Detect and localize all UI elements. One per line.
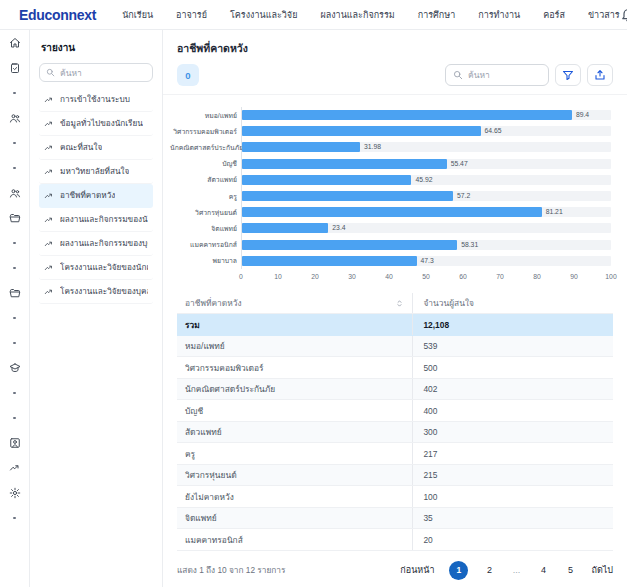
dot-icon	[9, 262, 21, 274]
chart-category-label: จิตแพทย์	[170, 223, 242, 234]
dot-icon	[9, 412, 21, 424]
filter-count-badge[interactable]: 0	[177, 64, 199, 86]
home-icon[interactable]	[9, 37, 21, 49]
dot-icon	[9, 87, 21, 99]
reports-sidebar: รายงาน การเข้าใช้งานระบบข้อมูลทั่วไปของน…	[30, 30, 163, 587]
sidebar-item-9[interactable]: โครงงานและวิจัยของบุคลากร	[39, 280, 153, 304]
document-icon[interactable]	[9, 62, 21, 74]
dot-icon	[9, 162, 21, 174]
bar-value-label: 23.4	[332, 224, 345, 231]
table-search-input[interactable]	[468, 70, 541, 80]
table-row[interactable]: หมอ/แพทย์539	[177, 336, 613, 358]
user-box-icon[interactable]	[9, 437, 21, 449]
nav-item-3[interactable]: โครงงานและวิจัย	[230, 8, 297, 22]
next-page-button[interactable]: ถัดไป	[591, 563, 613, 577]
page-button-5[interactable]: 5	[564, 565, 576, 575]
graduation-icon[interactable]	[9, 362, 21, 374]
pagination-summary: แสดง 1 ถึง 10 จาก 12 รายการ	[177, 563, 286, 577]
table-row[interactable]: นักคณิตศาสตร์ประกันภัย402	[177, 379, 613, 401]
sidebar-item-5[interactable]: อาชีพที่คาดหวัง	[39, 184, 153, 208]
count-cell: 300	[412, 422, 613, 443]
chart-row: นักคณิตศาสตร์ประกันภัย31.98	[170, 139, 611, 155]
x-tick: 70	[496, 273, 504, 280]
sidebar-search[interactable]	[39, 63, 153, 82]
nav-item-4[interactable]: ผลงานและกิจกรรม	[320, 8, 394, 22]
chart-category-label: แมคคาทรอนิกส์	[170, 239, 242, 250]
table-row[interactable]: จิตแพทย์35	[177, 508, 613, 530]
page-button-1[interactable]: 1	[449, 561, 468, 580]
bar[interactable]	[242, 256, 417, 266]
bar-track: 89.4	[242, 110, 611, 120]
prev-page-button[interactable]: ก่อนหน้า	[400, 563, 434, 577]
nav-item-5[interactable]: การศึกษา	[418, 8, 456, 22]
bar[interactable]	[242, 159, 447, 169]
folder-icon[interactable]	[9, 287, 21, 299]
toolbar-right	[445, 64, 613, 86]
export-button[interactable]	[587, 64, 613, 86]
count-cell: 500	[412, 357, 613, 378]
bar[interactable]	[242, 223, 328, 233]
nav-item-7[interactable]: คอร์ส	[543, 8, 565, 22]
chart-category-label: วิศวกรรมคอมพิวเตอร์	[170, 126, 242, 137]
table-row[interactable]: บัญชี400	[177, 400, 613, 422]
sidebar-item-7[interactable]: ผลงานและกิจกรรมของบุคลากร	[39, 232, 153, 256]
report-list: การเข้าใช้งานระบบข้อมูลทั่วไปของนักเรียน…	[39, 88, 153, 304]
notifications-bell-icon[interactable]	[620, 7, 627, 23]
table-row[interactable]: ยังไม่คาดหวัง100	[177, 486, 613, 508]
sort-icon[interactable]	[395, 299, 404, 308]
table-row[interactable]: วิศวกรหุ่นยนต์215	[177, 465, 613, 487]
bar[interactable]	[242, 240, 457, 250]
table-body: หมอ/แพทย์539วิศวกรรมคอมพิวเตอร์500นักคณิ…	[177, 336, 613, 551]
trend-icon[interactable]	[9, 462, 21, 474]
sidebar-item-1[interactable]: การเข้าใช้งานระบบ	[39, 88, 153, 112]
filter-button[interactable]	[555, 64, 581, 86]
column-header-career[interactable]: อาชีพที่คาดหวัง	[177, 296, 412, 310]
bar[interactable]	[242, 110, 572, 120]
top-navbar: Educonnext นักเรียนอาจารย์โครงงานและวิจั…	[0, 0, 627, 30]
chart-row: บัญชี55.47	[170, 156, 611, 172]
career-table: อาชีพที่คาดหวัง จำนวนผู้สนใจ รวม 12,108 …	[177, 293, 613, 551]
bar-value-label: 89.4	[576, 111, 589, 118]
bar-value-label: 47.3	[421, 257, 434, 264]
report-trend-icon	[44, 167, 54, 177]
table-row[interactable]: วิศวกรรมคอมพิวเตอร์500	[177, 357, 613, 379]
bar[interactable]	[242, 207, 542, 217]
users-icon[interactable]	[9, 187, 21, 199]
table-row[interactable]: ครู217	[177, 443, 613, 465]
nav-item-2[interactable]: อาจารย์	[176, 8, 207, 22]
pagination: แสดง 1 ถึง 10 จาก 12 รายการ ก่อนหน้า 12.…	[163, 551, 627, 587]
bar[interactable]	[242, 142, 360, 152]
sidebar-item-6[interactable]: ผลงานและกิจกรรมของนักเรียน	[39, 208, 153, 232]
folder-icon[interactable]	[9, 212, 21, 224]
table-search[interactable]	[445, 64, 549, 86]
sidebar-search-input[interactable]	[60, 68, 146, 78]
users-icon[interactable]	[9, 112, 21, 124]
sidebar-item-3[interactable]: คณะที่สนใจ	[39, 136, 153, 160]
bar[interactable]	[242, 191, 453, 201]
gear-icon[interactable]	[9, 487, 21, 499]
sidebar-item-8[interactable]: โครงงานและวิจัยของนักเรียน	[39, 256, 153, 280]
x-tick: 50	[422, 273, 430, 280]
export-upload-icon	[594, 69, 606, 81]
chart-category-label: ครู	[170, 191, 242, 202]
table-row[interactable]: สัตวแพทย์300	[177, 422, 613, 444]
nav-item-1[interactable]: นักเรียน	[122, 8, 153, 22]
column-header-count[interactable]: จำนวนผู้สนใจ	[412, 293, 613, 314]
bar-value-label: 31.98	[364, 143, 381, 150]
page-button-4[interactable]: 4	[537, 565, 549, 575]
page-ellipsis: ...	[510, 565, 522, 575]
bar[interactable]	[242, 126, 481, 136]
nav-item-8[interactable]: ข่าวสาร	[588, 8, 620, 22]
x-tick: 60	[459, 273, 467, 280]
sidebar-item-4[interactable]: มหาวิทยาลัยที่สนใจ	[39, 160, 153, 184]
table-row[interactable]: แมคคาทรอนิกส์20	[177, 529, 613, 551]
nav-item-6[interactable]: การทำงาน	[478, 8, 520, 22]
nav-menu: นักเรียนอาจารย์โครงงานและวิจัยผลงานและกิ…	[122, 8, 619, 22]
bar-value-label: 57.2	[457, 192, 470, 199]
chart-category-label: พยาบาล	[170, 255, 242, 266]
sidebar-item-label: ผลงานและกิจกรรมของบุคลากร	[60, 237, 148, 250]
chart-category-label: หมอ/แพทย์	[170, 110, 242, 121]
sidebar-item-2[interactable]: ข้อมูลทั่วไปของนักเรียน	[39, 112, 153, 136]
page-button-2[interactable]: 2	[483, 565, 495, 575]
bar[interactable]	[242, 175, 411, 185]
